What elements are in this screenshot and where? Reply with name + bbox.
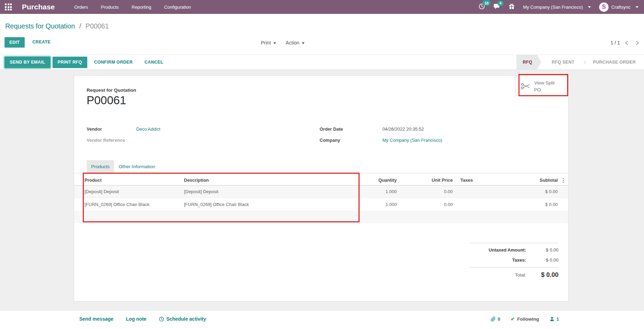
menu-configuration[interactable]: Configuration (164, 5, 191, 10)
send-message-button[interactable]: Send message (79, 316, 113, 322)
cell-description: [FURN_0269] Office Chair Black (184, 202, 285, 207)
doc-number: P00061 (87, 94, 126, 107)
log-note-button[interactable]: Log note (126, 316, 146, 322)
attachments-count: 0 (498, 316, 500, 322)
tab-other-information[interactable]: Other Information (114, 160, 160, 173)
chatter: Send message Log note Schedule activity … (0, 310, 644, 329)
taxes-value: $ 0.00 (526, 257, 558, 263)
apps-menu-icon[interactable] (5, 3, 12, 10)
pager-value: 1 / 1 (611, 40, 620, 46)
messages-button[interactable]: 4 (493, 3, 500, 11)
print-dropdown[interactable]: Print (261, 40, 276, 46)
order-date-field: Order Date 04/26/2022 20:35:52 (320, 126, 424, 132)
col-subtotal[interactable]: Subtotal (491, 178, 558, 183)
navbar-systray: 10 4 My Company (San Francisco) S Crafts… (478, 2, 644, 12)
person-icon (549, 316, 555, 321)
tab-products[interactable]: Products (87, 160, 114, 173)
chevron-down-icon (273, 42, 276, 44)
following-button[interactable]: ✔ Following (511, 316, 539, 322)
vendor-value-link[interactable]: Deco Addict (136, 126, 160, 132)
activities-button[interactable]: 10 (478, 3, 485, 11)
vendor-reference-field: Vendor Reference (87, 138, 135, 143)
col-unit-price[interactable]: Unit Price (397, 178, 453, 183)
totals-summary: Untaxed Amount: $ 0.00 Taxes: $ 0.00 Tot… (470, 243, 558, 281)
user-menu[interactable]: S Craftsync (599, 2, 638, 12)
edit-button[interactable]: EDIT (5, 37, 25, 48)
status-step-purchase-order[interactable]: PURCHASE ORDER (587, 55, 641, 70)
menu-reporting[interactable]: Reporting (132, 5, 151, 10)
company-switcher[interactable]: My Company (San Francisco) (523, 5, 591, 10)
total-value: $ 0.00 (526, 271, 558, 279)
schedule-activity-button[interactable]: Schedule activity (159, 316, 206, 322)
view-split-po-label: View Split PO (534, 80, 563, 93)
pager-previous-icon[interactable] (625, 41, 630, 45)
check-icon: ✔ (511, 316, 515, 322)
pager: 1 / 1 (611, 40, 638, 46)
breadcrumb-separator: / (79, 22, 81, 30)
user-name: Craftsync (611, 5, 630, 10)
company-value-link[interactable]: My Company (San Francisco) (383, 138, 442, 143)
doc-type-label: Request for Quotation (87, 88, 136, 93)
company-field: Company My Company (San Francisco) (320, 138, 442, 143)
vendor-reference-label: Vendor Reference (87, 138, 135, 143)
rfq-form-sheet: View Split PO Request for Quotation P000… (74, 75, 569, 302)
followers-button[interactable]: 1 (549, 316, 559, 322)
untaxed-amount-label: Untaxed Amount: (470, 247, 526, 253)
status-step-rfq-sent[interactable]: RFQ SENT (546, 55, 580, 70)
chatter-status: 0 ✔ Following 1 (491, 316, 559, 322)
gift-icon (509, 3, 515, 10)
gift-button[interactable] (509, 3, 515, 10)
status-steps: RFQ RFQ SENT PURCHASE ORDER (516, 55, 641, 70)
chevron-down-icon (588, 6, 591, 8)
table-row[interactable]: [Deposit] Deposit [Deposit] Deposit 1.00… (74, 186, 568, 198)
pager-next-icon[interactable] (634, 41, 639, 45)
statusbar: SEND BY EMAIL PRINT RFQ CONFIRM ORDER CA… (0, 55, 644, 70)
col-product[interactable]: Product (74, 178, 184, 183)
action-dropdown[interactable]: Action (286, 40, 305, 46)
confirm-order-button[interactable]: CONFIRM ORDER (89, 60, 138, 65)
clock-icon (159, 316, 164, 322)
breadcrumb: Requests for Quotation / P00061 (5, 22, 109, 30)
cell-quantity: 1.000 (285, 202, 397, 207)
col-taxes[interactable]: Taxes (453, 178, 491, 183)
activities-count-badge: 10 (482, 0, 491, 6)
purchase-app-window: Purchase Orders Products Reporting Confi… (0, 0, 644, 329)
cell-description: [Deposit] Deposit (184, 189, 285, 194)
status-step-rfq[interactable]: RFQ (516, 55, 541, 70)
order-lines-table: Product Description Quantity Unit Price … (74, 175, 568, 223)
cell-product: [FURN_0269] Office Chair Black (74, 202, 184, 207)
messages-count-badge: 4 (497, 1, 504, 6)
menu-orders[interactable]: Orders (74, 5, 88, 10)
cell-subtotal: $ 0.00 (491, 189, 558, 194)
print-rfq-button[interactable]: PRINT RFQ (53, 57, 87, 68)
cancel-button[interactable]: CANCEL (140, 60, 168, 65)
scissors-icon (521, 83, 530, 91)
totals-divider (470, 267, 558, 268)
breadcrumb-current: P00061 (86, 22, 109, 30)
company-name: My Company (San Francisco) (523, 5, 583, 10)
action-menus: Print Action (261, 40, 305, 46)
app-brand[interactable]: Purchase (22, 3, 55, 11)
totals-divider (470, 243, 558, 243)
main-menus: Orders Products Reporting Configuration (74, 5, 191, 10)
col-quantity[interactable]: Quantity (285, 178, 397, 183)
view-split-po-button[interactable]: View Split PO (515, 76, 568, 97)
create-button[interactable]: CREATE (32, 40, 50, 44)
send-by-email-button[interactable]: SEND BY EMAIL (5, 57, 50, 68)
vendor-field: Vendor Deco Addict (87, 126, 160, 132)
order-date-value: 04/26/2022 20:35:52 (383, 126, 424, 132)
breadcrumb-parent-link[interactable]: Requests for Quotation (5, 22, 75, 30)
vendor-label: Vendor (87, 126, 135, 132)
company-label: Company (320, 138, 381, 143)
cell-quantity: 1.000 (285, 189, 397, 194)
col-description[interactable]: Description (184, 178, 285, 183)
menu-products[interactable]: Products (101, 5, 119, 10)
attachments-button[interactable]: 0 (491, 316, 500, 322)
table-header-row: Product Description Quantity Unit Price … (74, 175, 568, 186)
order-date-label: Order Date (320, 126, 381, 132)
chatter-actions: Send message Log note Schedule activity (79, 316, 206, 322)
step-separator-icon (581, 60, 586, 65)
table-row[interactable]: [FURN_0269] Office Chair Black [FURN_026… (74, 198, 568, 211)
cell-subtotal: $ 0.00 (491, 202, 558, 207)
optional-columns-icon[interactable]: ⋮ (558, 177, 569, 183)
